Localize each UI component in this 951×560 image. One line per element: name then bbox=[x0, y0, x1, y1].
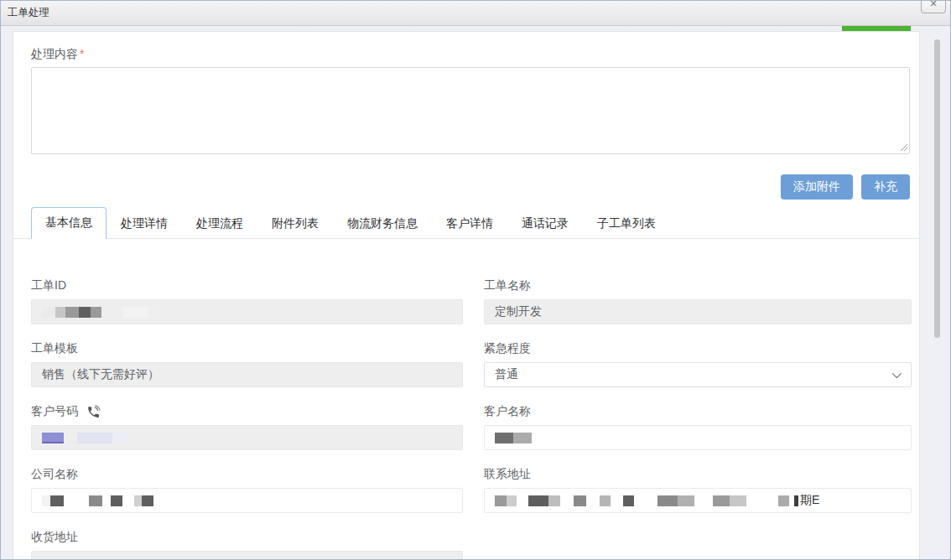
tab-basic-info[interactable]: 基本信息 bbox=[31, 207, 107, 239]
tab-label: 基本信息 bbox=[45, 215, 92, 231]
processing-textarea-wrap bbox=[31, 67, 910, 154]
field-label: 工单名称 bbox=[484, 278, 531, 293]
shipping-address-input bbox=[31, 551, 463, 559]
add-attachment-button[interactable]: 添加附件 bbox=[781, 174, 853, 200]
tab-label: 附件列表 bbox=[272, 216, 319, 231]
field-customer-name: 客户名称 bbox=[484, 403, 912, 450]
supplement-button[interactable]: 补充 bbox=[861, 174, 910, 200]
work-order-dialog: 工单处理 ✕ 处理内容* 添加附件 补充 bbox=[0, 0, 951, 560]
tab-customer-details[interactable]: 客户详情 bbox=[432, 207, 507, 239]
contact-address-input[interactable]: 期E bbox=[484, 488, 912, 513]
basic-info-form: 工单ID 工单名称 定制开发 工单模板 销售（线下无需好评） bbox=[31, 277, 910, 559]
dialog-body: 处理内容* 添加附件 补充 基本信息 处理详情 处理流程 附件列表 物流财务信息 bbox=[1, 26, 950, 559]
redacted-value bbox=[42, 300, 158, 324]
close-button[interactable]: ✕ bbox=[921, 0, 946, 13]
field-work-order-id: 工单ID bbox=[31, 277, 463, 324]
work-order-name-input: 定制开发 bbox=[484, 299, 912, 324]
required-mark: * bbox=[80, 47, 84, 60]
field-company-name: 公司名称 bbox=[31, 466, 463, 513]
dialog-titlebar: 工单处理 ✕ bbox=[1, 1, 950, 26]
tab-label: 客户详情 bbox=[446, 216, 493, 231]
processing-content-label-row: 处理内容* bbox=[31, 47, 910, 62]
tab-bar: 基本信息 处理详情 处理流程 附件列表 物流财务信息 客户详情 通话记录 子工单… bbox=[31, 207, 910, 238]
work-order-template-input: 销售（线下无需好评） bbox=[31, 362, 463, 387]
tab-logistics-finance-info[interactable]: 物流财务信息 bbox=[333, 207, 432, 239]
field-label: 公司名称 bbox=[31, 467, 78, 482]
urgency-level-select[interactable]: 普通 bbox=[484, 362, 912, 387]
tab-call-records[interactable]: 通话记录 bbox=[507, 207, 583, 239]
tab-processing-details[interactable]: 处理详情 bbox=[107, 207, 182, 239]
field-label: 工单ID bbox=[31, 278, 66, 293]
tab-label: 子工单列表 bbox=[597, 216, 656, 231]
field-value: 销售（线下无需好评） bbox=[42, 367, 159, 382]
field-value: 定制开发 bbox=[495, 304, 542, 319]
close-icon: ✕ bbox=[929, 0, 937, 9]
tab-label: 通话记录 bbox=[522, 216, 569, 231]
field-label: 收货地址 bbox=[31, 530, 78, 545]
field-work-order-name: 工单名称 定制开发 bbox=[484, 277, 912, 324]
field-label: 紧急程度 bbox=[484, 341, 531, 356]
customer-name-input[interactable] bbox=[484, 425, 912, 450]
field-label: 客户名称 bbox=[484, 404, 531, 419]
field-shipping-address: 收货地址 bbox=[31, 529, 463, 559]
tab-label: 物流财务信息 bbox=[347, 216, 418, 231]
field-label: 客户号码 bbox=[31, 404, 78, 419]
tab-attachment-list[interactable]: 附件列表 bbox=[257, 207, 333, 239]
customer-number-input bbox=[31, 425, 463, 450]
visible-address-suffix: 期E bbox=[800, 493, 819, 508]
tab-sub-work-order-list[interactable]: 子工单列表 bbox=[583, 207, 670, 239]
work-order-id-input bbox=[31, 299, 463, 324]
field-label: 工单模板 bbox=[31, 341, 78, 356]
field-label: 联系地址 bbox=[484, 467, 531, 482]
field-contact-address: 联系地址 期E bbox=[484, 466, 912, 513]
redacted-value bbox=[495, 489, 798, 512]
phone-icon[interactable] bbox=[86, 405, 101, 419]
chevron-down-icon bbox=[892, 369, 902, 378]
tab-label: 处理详情 bbox=[121, 216, 168, 231]
tab-bar-wrap: 基本信息 处理详情 处理流程 附件列表 物流财务信息 客户详情 通话记录 子工单… bbox=[13, 207, 919, 239]
field-work-order-template: 工单模板 销售（线下无需好评） bbox=[31, 340, 463, 387]
field-urgency-level: 紧急程度 普通 bbox=[484, 340, 912, 387]
tab-processing-flow[interactable]: 处理流程 bbox=[182, 207, 257, 239]
vertical-scrollbar-thumb[interactable] bbox=[934, 39, 940, 338]
redacted-value bbox=[495, 426, 532, 449]
redacted-value bbox=[42, 426, 129, 449]
processing-content-textarea[interactable] bbox=[31, 67, 910, 154]
dialog-title: 工单处理 bbox=[8, 6, 49, 20]
tab-label: 处理流程 bbox=[196, 216, 243, 231]
action-button-row: 添加附件 补充 bbox=[31, 174, 910, 200]
content-panel: 处理内容* 添加附件 补充 基本信息 处理详情 处理流程 附件列表 物流财务信息 bbox=[13, 31, 920, 559]
selected-value: 普通 bbox=[495, 367, 518, 382]
redacted-value bbox=[42, 489, 153, 512]
processing-content-label: 处理内容 bbox=[31, 47, 78, 60]
company-name-input[interactable] bbox=[31, 488, 463, 513]
field-customer-number: 客户号码 bbox=[31, 403, 463, 450]
